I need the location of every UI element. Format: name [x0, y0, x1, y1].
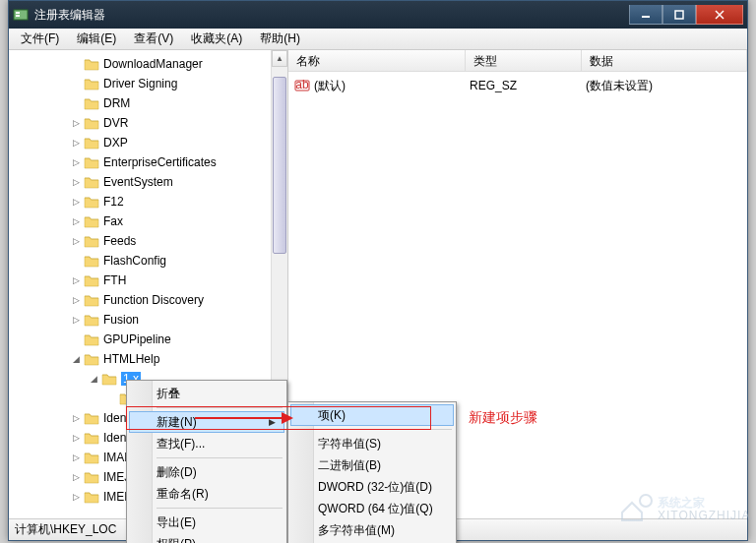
menu-item[interactable]: 折叠: [129, 383, 284, 404]
cell-type: REG_SZ: [470, 79, 586, 92]
tree-label: FlashConfig: [103, 254, 166, 268]
tree-label: Function Discovery: [103, 293, 204, 307]
expand-icon[interactable]: ◢: [88, 373, 99, 385]
tree-item[interactable]: ▷DVR: [9, 113, 287, 133]
expand-icon[interactable]: ▷: [70, 412, 82, 424]
menu-item[interactable]: 字符串值(S): [290, 433, 454, 454]
expand-icon[interactable]: ▷: [70, 452, 82, 463]
svg-text:ab: ab: [295, 78, 309, 91]
expand-icon[interactable]: [70, 97, 82, 109]
tree-label: Driver Signing: [103, 77, 177, 90]
watermark-text: 系统之家: [657, 496, 705, 510]
watermark: 系统之家 XITONGZHIJIA.NET: [614, 485, 752, 527]
tree-item[interactable]: ▷DXP: [9, 133, 287, 152]
expand-icon[interactable]: ▷: [70, 176, 82, 188]
menu-file[interactable]: 文件(F): [13, 29, 67, 49]
svg-rect-1: [16, 12, 20, 14]
menu-item[interactable]: 多字符串值(M): [290, 519, 454, 541]
menu-item[interactable]: 重命名(R): [129, 483, 284, 505]
expand-icon[interactable]: ▷: [70, 235, 82, 247]
tree-item[interactable]: ▷F12: [9, 192, 287, 211]
menu-item[interactable]: 权限(P)...: [129, 533, 284, 543]
tree-item[interactable]: GPUPipeline: [9, 330, 287, 349]
tree-item[interactable]: Driver Signing: [9, 74, 287, 93]
tree-label: F12: [103, 195, 124, 209]
menu-item[interactable]: 二进制值(B): [290, 454, 454, 476]
list-row[interactable]: ab(默认)REG_SZ(数值未设置): [288, 76, 747, 95]
tree-item[interactable]: ▷Feeds: [9, 231, 287, 251]
tree-label: HTMLHelp: [103, 352, 159, 366]
cell-data: (数值未设置): [586, 78, 653, 94]
col-name[interactable]: 名称: [288, 50, 466, 71]
submenu-arrow-icon: ▶: [269, 417, 276, 427]
tree-label: GPUPipeline: [103, 332, 171, 346]
expand-icon[interactable]: ◢: [70, 353, 82, 365]
tree-label: DownloadManager: [103, 57, 203, 71]
expand-icon[interactable]: ▷: [70, 314, 82, 326]
context-menu[interactable]: 折叠新建(N)▶查找(F)...删除(D)重命名(R)导出(E)权限(P)...: [126, 380, 287, 543]
menu-edit[interactable]: 编辑(E): [69, 29, 124, 49]
expand-icon[interactable]: ▷: [70, 491, 82, 503]
tree-item[interactable]: ▷EnterpriseCertificates: [9, 152, 287, 172]
tree-label: EnterpriseCertificates: [103, 155, 217, 169]
expand-icon[interactable]: [105, 392, 117, 404]
app-icon: [13, 7, 29, 23]
watermark-url: XITONGZHIJIA.NET: [658, 509, 752, 522]
cell-name: (默认): [314, 78, 470, 94]
tree-label: Feeds: [103, 234, 136, 248]
tree-item[interactable]: ▷EventSystem: [9, 172, 287, 192]
menu-item[interactable]: 项(K): [290, 404, 454, 426]
tree-label: DXP: [103, 136, 128, 150]
menu-separator: [318, 429, 452, 430]
tree-item[interactable]: DRM: [9, 93, 287, 113]
expand-icon[interactable]: ▷: [70, 215, 82, 227]
svg-rect-4: [675, 11, 683, 19]
menu-item[interactable]: 删除(D): [129, 461, 284, 483]
expand-icon[interactable]: [70, 78, 82, 90]
expand-icon[interactable]: [70, 58, 82, 70]
menu-separator: [157, 407, 283, 408]
tree-item[interactable]: ▷Fax: [9, 211, 287, 231]
tree-item[interactable]: ▷FTH: [9, 271, 287, 290]
expand-icon[interactable]: ▷: [70, 196, 82, 208]
expand-icon[interactable]: [70, 255, 82, 267]
menu-separator: [157, 457, 283, 458]
expand-icon[interactable]: ▷: [70, 156, 82, 168]
close-button[interactable]: [696, 5, 743, 25]
tree-item[interactable]: DownloadManager: [9, 54, 287, 74]
string-value-icon: ab: [294, 78, 310, 93]
col-type[interactable]: 类型: [466, 50, 582, 71]
menu-item[interactable]: DWORD (32-位)值(D): [290, 476, 454, 498]
status-path: 计算机\HKEY_LOC: [15, 521, 116, 538]
list-header: 名称 类型 数据: [288, 50, 747, 72]
menu-item[interactable]: 查找(F)...: [129, 433, 284, 454]
expand-icon[interactable]: ▷: [70, 432, 82, 444]
tree-item[interactable]: FlashConfig: [9, 251, 287, 271]
expand-icon[interactable]: ▷: [70, 294, 82, 306]
expand-icon[interactable]: ▷: [70, 274, 82, 286]
menubar: 文件(F) 编辑(E) 查看(V) 收藏夹(A) 帮助(H): [9, 29, 747, 50]
menu-view[interactable]: 查看(V): [126, 29, 181, 49]
menu-favorites[interactable]: 收藏夹(A): [183, 29, 250, 49]
tree-label: Fusion: [103, 313, 139, 327]
minimize-button[interactable]: [629, 5, 662, 25]
col-data[interactable]: 数据: [582, 50, 747, 71]
context-submenu-new[interactable]: 项(K)字符串值(S)二进制值(B)DWORD (32-位)值(D)QWORD …: [287, 401, 457, 543]
tree-item[interactable]: ◢HTMLHelp: [9, 349, 287, 369]
tree-label: FTH: [103, 273, 126, 287]
expand-icon[interactable]: ▷: [70, 117, 82, 129]
menu-item[interactable]: 导出(E): [129, 512, 284, 533]
expand-icon[interactable]: [70, 333, 82, 345]
expand-icon[interactable]: ▷: [70, 471, 82, 483]
tree-item[interactable]: ▷Function Discovery: [9, 290, 287, 310]
tree-label: DRM: [103, 96, 130, 110]
svg-rect-2: [16, 15, 20, 17]
maximize-button[interactable]: [662, 5, 696, 25]
expand-icon[interactable]: ▷: [70, 137, 82, 149]
titlebar[interactable]: 注册表编辑器: [9, 1, 747, 29]
menu-item[interactable]: QWORD (64 位)值(Q): [290, 498, 454, 519]
menu-item[interactable]: 新建(N)▶: [129, 411, 284, 433]
tree-item[interactable]: ▷Fusion: [9, 310, 287, 330]
window-title: 注册表编辑器: [34, 7, 629, 24]
menu-help[interactable]: 帮助(H): [252, 29, 308, 49]
